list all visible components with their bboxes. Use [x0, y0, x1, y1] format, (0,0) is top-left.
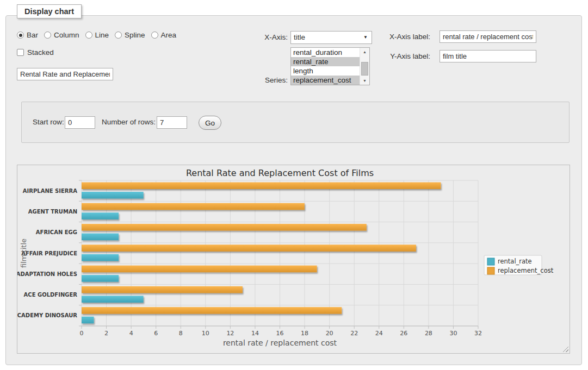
bar-rental_rate	[82, 234, 119, 241]
legend-item-replacement_cost[interactable]: replacement_cost	[487, 267, 554, 274]
radio-circle-icon[interactable]	[151, 32, 158, 39]
chart-text: 32	[474, 330, 482, 337]
number-of-rows-input[interactable]	[157, 116, 187, 129]
display-chart-panel: Display chart BarColumnLineSplineArea St…	[5, 15, 582, 365]
series-listbox[interactable]: rental_durationrental_ratelengthreplacem…	[290, 47, 370, 85]
radio-circle-icon[interactable]	[115, 32, 122, 39]
radio-column[interactable]: Column	[44, 31, 79, 39]
chart-text: 6	[154, 330, 158, 337]
chart-text: Rental Rate and Replacement Cost of Film…	[186, 168, 374, 178]
bar-replacement_cost	[82, 224, 367, 231]
rows-panel: Start row: Number of rows: Go	[21, 102, 570, 143]
bar-rental_rate	[82, 296, 144, 303]
y-axis-label-input[interactable]	[440, 50, 536, 62]
chart-text: 16	[276, 330, 284, 337]
chart-text: 14	[251, 330, 259, 337]
chart-text: rental rate / replacement cost	[223, 338, 337, 347]
chart-container: Rental Rate and Replacement Cost of Film…	[17, 165, 570, 354]
radio-label: Column	[54, 31, 79, 39]
chart-text: 0	[80, 330, 84, 337]
scrollbar[interactable]: ▲ ▼	[360, 48, 369, 85]
x-axis-select[interactable]: title ▼	[290, 31, 372, 44]
bar-replacement_cost	[82, 183, 441, 190]
bar-replacement_cost	[82, 266, 317, 273]
bar-replacement_cost	[82, 286, 243, 293]
chart-text: 4	[129, 330, 133, 337]
chart-text: ACE GOLDFINGER	[24, 292, 78, 298]
bar-rental_rate	[82, 317, 94, 324]
chart-text: 20	[326, 330, 333, 337]
chart-text: 26	[400, 330, 407, 337]
bar-replacement_cost	[82, 244, 416, 252]
chart-text: AIRPLANE SIERRA	[23, 188, 77, 194]
chart-text: 8	[179, 330, 183, 337]
radio-area[interactable]: Area	[151, 31, 177, 39]
radio-bar[interactable]: Bar	[17, 31, 38, 39]
chart-text: film title	[20, 239, 28, 268]
legend-swatch-icon	[487, 258, 494, 265]
radio-label: Spline	[125, 31, 145, 39]
y-axis-label-field-label: Y-Axis label:	[380, 52, 430, 60]
chart-text: 10	[202, 330, 209, 337]
chart-title-input[interactable]	[17, 68, 113, 80]
radio-circle-icon[interactable]	[85, 32, 92, 39]
series-option-rental_rate[interactable]: rental_rate	[291, 57, 360, 66]
bar-rental_rate	[82, 212, 119, 220]
bar-replacement_cost	[82, 307, 342, 314]
chart-text: ACADEMY DINOSAUR	[17, 312, 77, 318]
chart-text: 22	[350, 330, 358, 337]
radio-label: Bar	[27, 31, 38, 39]
x-axis-label-field-label: X-Axis label:	[380, 33, 430, 41]
chart-text: 18	[301, 330, 308, 337]
checkbox-box-icon[interactable]	[17, 49, 24, 56]
chart-text: AFFAIR PREJUDICE	[21, 250, 77, 256]
series-field-label: Series:	[245, 76, 288, 84]
chart-text: ADAPTATION HOLES	[17, 271, 77, 277]
radio-label: Area	[161, 31, 177, 39]
series-option-length[interactable]: length	[291, 66, 360, 76]
x-axis-label-input[interactable]	[440, 30, 536, 43]
bar-chart: Rental Rate and Replacement Cost of Film…	[17, 165, 570, 353]
radio-circle-icon[interactable]	[44, 32, 51, 39]
chart-text: AFRICAN EGG	[36, 229, 77, 235]
page: Display chart BarColumnLineSplineArea St…	[0, 0, 588, 370]
chart-text: AGENT TRUMAN	[28, 209, 77, 215]
legend-swatch-icon	[487, 267, 494, 274]
legend-item-rental_rate[interactable]: rental_rate	[487, 258, 532, 265]
bar-rental_rate	[82, 275, 119, 281]
chart-text: replacement_cost	[498, 267, 554, 274]
radio-line[interactable]: Line	[85, 31, 109, 39]
radio-label: Line	[95, 31, 109, 39]
chart-text: 30	[449, 330, 457, 337]
x-axis-selected-value: title	[294, 33, 305, 41]
chart-type-group: BarColumnLineSplineArea	[17, 31, 182, 40]
radio-spline[interactable]: Spline	[115, 31, 145, 39]
series-options: rental_durationrental_ratelengthreplacem…	[291, 48, 360, 85]
start-row-input[interactable]	[65, 116, 95, 129]
chart-text: 12	[226, 330, 234, 337]
chart-legend: rental_ratereplacement_cost	[484, 255, 554, 275]
bar-rental_rate	[82, 192, 144, 199]
series-option-replacement_cost[interactable]: replacement_cost	[291, 76, 360, 85]
panel-legend: Display chart	[17, 4, 82, 18]
x-axis-field-label: X-Axis:	[245, 33, 288, 41]
bar-replacement_cost	[82, 203, 305, 210]
scroll-down-icon[interactable]: ▼	[360, 77, 369, 84]
stacked-checkbox[interactable]: Stacked	[17, 48, 54, 57]
bar-rental_rate	[82, 254, 119, 261]
number-of-rows-label: Number of rows:	[102, 118, 156, 126]
scroll-up-icon[interactable]: ▲	[360, 48, 369, 55]
chart-text: 24	[375, 330, 383, 337]
chart-text: 28	[425, 330, 432, 337]
stacked-label: Stacked	[27, 48, 54, 57]
chart-text: 2	[104, 330, 108, 337]
go-button[interactable]: Go	[199, 116, 221, 130]
radio-circle-icon[interactable]	[17, 32, 24, 39]
scroll-thumb[interactable]	[361, 62, 368, 76]
chevron-down-icon: ▼	[363, 32, 368, 43]
series-option-rental_duration[interactable]: rental_duration	[291, 48, 360, 57]
chart-text: rental_rate	[498, 258, 532, 265]
